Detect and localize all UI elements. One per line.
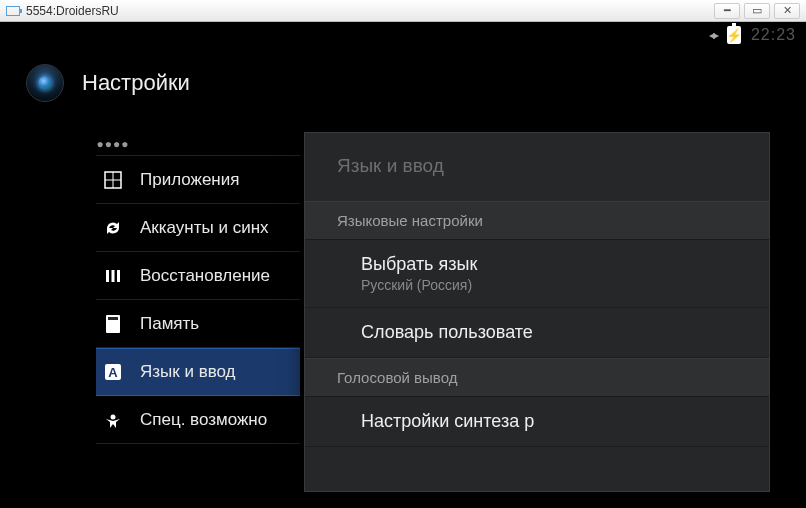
settings-header: Настройки: [0, 48, 806, 124]
panel-title: Язык и ввод: [305, 133, 769, 201]
settings-sidebar: ●●●● Приложения Аккаунты и синх Вос: [0, 132, 300, 508]
maximize-button[interactable]: ▭: [744, 3, 770, 19]
panel-item-user-dictionary[interactable]: Словарь пользовате: [305, 308, 769, 358]
panel-section-header-voice: Голосовой вывод: [305, 358, 769, 397]
sidebar-item-backup[interactable]: Восстановление: [96, 252, 300, 300]
language-icon: A: [102, 361, 124, 383]
sidebar-item-accessibility[interactable]: Спец. возможно: [96, 396, 300, 444]
signal-icon: ◂▸: [709, 28, 717, 42]
battery-icon: ⚡: [727, 26, 741, 44]
storage-icon: [102, 313, 124, 335]
sidebar-item-storage[interactable]: Память: [96, 300, 300, 348]
panel-item-tts-settings[interactable]: Настройки синтеза р: [305, 397, 769, 447]
accessibility-icon: [102, 409, 124, 431]
panel-item-select-language[interactable]: Выбрать язык Русский (Россия): [305, 240, 769, 308]
window-controls: ━ ▭ ✕: [714, 3, 800, 19]
svg-point-10: [111, 414, 116, 419]
settings-icon: [26, 64, 64, 102]
sidebar-item-label: Восстановление: [140, 266, 270, 286]
sidebar-item-label: Приложения: [140, 170, 239, 190]
svg-rect-5: [117, 270, 120, 282]
svg-rect-4: [112, 270, 115, 282]
status-bar: ◂▸ ⚡ 22:23: [0, 22, 806, 48]
page-title: Настройки: [82, 70, 190, 96]
sidebar-item-label: Аккаунты и синх: [140, 218, 269, 238]
svg-rect-3: [106, 270, 109, 282]
dots-icon: ●●●●: [102, 133, 124, 155]
status-time: 22:23: [751, 26, 796, 44]
apps-icon: [102, 169, 124, 191]
backup-icon: [102, 265, 124, 287]
sidebar-item-apps[interactable]: Приложения: [96, 156, 300, 204]
svg-rect-7: [108, 317, 118, 320]
close-button[interactable]: ✕: [774, 3, 800, 19]
panel-item-title: Выбрать язык: [361, 254, 747, 275]
settings-panel: Язык и ввод Языковые настройки Выбрать я…: [304, 132, 770, 492]
window-icon: [6, 6, 20, 16]
panel-item-title: Настройки синтеза р: [361, 411, 747, 432]
device-screen: ◂▸ ⚡ 22:23 Настройки ●●●● Приложения: [0, 22, 806, 508]
sidebar-item-label: Язык и ввод: [140, 362, 236, 382]
panel-item-subtitle: Русский (Россия): [361, 277, 747, 293]
window-titlebar: 5554:DroidersRU ━ ▭ ✕: [0, 0, 806, 22]
panel-section-header-language: Языковые настройки: [305, 201, 769, 240]
sidebar-item-label: Спец. возможно: [140, 410, 267, 430]
sidebar-item-accounts[interactable]: Аккаунты и синх: [96, 204, 300, 252]
panel-item-title: Словарь пользовате: [361, 322, 747, 343]
sidebar-item-label: Память: [140, 314, 199, 334]
svg-text:A: A: [108, 365, 118, 380]
window-title: 5554:DroidersRU: [26, 4, 119, 18]
sync-icon: [102, 217, 124, 239]
sidebar-item-language[interactable]: A Язык и ввод: [96, 348, 300, 396]
minimize-button[interactable]: ━: [714, 3, 740, 19]
sidebar-item-truncated[interactable]: ●●●●: [96, 132, 300, 156]
